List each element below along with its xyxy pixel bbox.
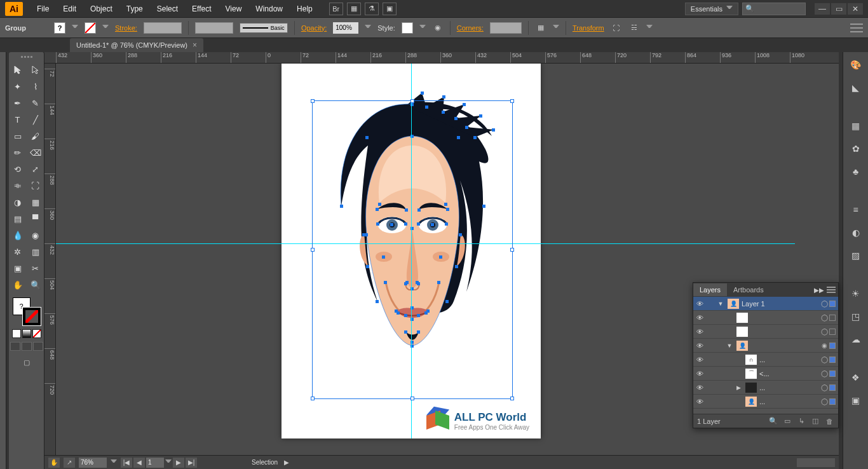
brushes-panel-icon[interactable]: ✿ [848,141,864,156]
edit-contents-icon[interactable]: ☵ [628,22,640,34]
last-artboard-button[interactable]: ▶| [186,458,197,468]
selection-indicator[interactable] [829,370,836,377]
prev-artboard-button[interactable]: ◀ [133,458,145,468]
export-icon[interactable]: ↗ [64,458,75,468]
pencil-tool[interactable]: ✏ [10,145,26,160]
selection-indicator[interactable] [829,384,836,391]
gradient-tool[interactable]: ▀ [27,211,44,226]
minimize-button[interactable]: — [815,3,830,15]
eyedropper-tool[interactable]: 💧 [10,228,26,243]
isolate-group-icon[interactable]: ⛶ [611,22,622,34]
menu-window[interactable]: Window [249,2,289,16]
visibility-icon[interactable]: 👁 [693,384,706,391]
arrange-docs-icon[interactable]: ▦ [347,3,361,15]
layer-name[interactable]: <... [759,370,819,377]
selection-tool[interactable] [10,62,26,78]
stroke-swatch[interactable] [85,22,96,34]
zoom-tool[interactable]: 🔍 [27,277,44,292]
zoom-level[interactable]: 76% [79,458,107,468]
type-tool[interactable]: T [10,112,26,127]
corners-link[interactable]: Corners: [457,24,484,32]
target-icon[interactable]: ◯ [819,384,829,391]
selection-indicator[interactable] [829,315,836,321]
scrollbar-horizontal[interactable] [797,458,835,467]
visibility-icon[interactable]: 👁 [693,398,706,405]
search-input[interactable]: 🔍 [742,3,806,15]
recolor-artwork-icon[interactable]: ◉ [432,22,444,34]
layer-name[interactable]: ... [759,356,819,364]
locate-object-icon[interactable]: 🔍 [768,417,778,426]
layer-name[interactable]: Layer 1 [742,300,819,308]
bridge-icon[interactable]: Br [329,3,343,15]
draw-normal[interactable] [10,342,20,351]
fill-stroke-control[interactable]: ? [13,297,41,325]
opacity-input[interactable]: 100% [333,22,358,34]
eraser-tool[interactable]: ⌫ [27,145,44,160]
document-tab[interactable]: Untitled-1* @ 76% (CMYK/Preview) × [70,38,203,52]
mesh-tool[interactable]: ▤ [10,211,26,226]
ruler-horizontal[interactable]: 4323602882161447207214421628836043250457… [44,52,839,64]
tab-layers[interactable]: Layers [693,283,727,296]
workspace-selector[interactable]: Essentials [685,3,738,15]
layers-list[interactable]: 👁▼👤Layer 1◯👁◯👁◯👁▼👤◉👁∩...◯👁⌒<...◯👁▶...◯👁👤… [693,297,838,414]
layer-row[interactable]: 👁◯ [693,325,838,339]
artboard-tool[interactable]: ▣ [10,261,26,276]
layer-row[interactable]: 👁▼👤Layer 1◯ [693,297,838,311]
corners-input[interactable] [490,22,522,34]
style-swatch[interactable] [402,22,413,34]
selection-indicator[interactable] [829,329,836,335]
selection-indicator[interactable] [829,301,836,307]
magic-wand-tool[interactable]: ✦ [10,79,26,94]
align-icon[interactable]: ▦ [535,22,546,34]
close-button[interactable]: ✕ [848,3,863,15]
brush-definition[interactable]: Basic [240,23,288,33]
disclosure-icon[interactable]: ▼ [716,301,725,307]
collapse-panel-icon[interactable]: ▶▶ [814,287,824,294]
swatches-panel-icon[interactable]: ▦ [848,118,864,133]
color-swatch[interactable] [12,329,21,338]
lasso-tool[interactable]: ⌇ [27,79,44,94]
hand-tool[interactable]: ✋ [10,277,26,292]
stroke-panel-icon[interactable]: ≡ [848,202,864,217]
target-icon[interactable]: ◯ [819,328,829,335]
stroke-color-box[interactable] [23,308,41,325]
arrange-icon[interactable]: ▣ [383,3,397,15]
fill-swatch[interactable]: ? [54,22,65,34]
layer-row[interactable]: 👁∩...◯ [693,353,838,367]
rectangle-tool[interactable]: ▭ [10,128,26,144]
chevron-down-icon[interactable] [419,25,426,31]
selection-indicator[interactable] [829,343,836,349]
tab-artboards[interactable]: Artboards [727,283,770,296]
panel-menu-icon[interactable] [827,287,836,293]
none-swatch[interactable] [32,329,41,338]
menu-effect[interactable]: Effect [186,2,217,16]
toolbox-grip[interactable] [14,56,39,60]
appearance-panel-icon[interactable]: ☀ [848,286,864,301]
chevron-down-icon[interactable] [102,25,109,31]
rotate-tool[interactable]: ⟲ [10,161,26,177]
chevron-down-icon[interactable] [553,25,559,31]
layers-panel-icon[interactable]: ❖ [848,370,864,385]
menu-object[interactable]: Object [84,2,119,16]
screen-mode-button[interactable]: ▢ [19,356,34,369]
shape-builder-tool[interactable]: ◑ [10,194,26,210]
delete-layer-icon[interactable]: 🗑 [824,417,834,426]
layer-row[interactable]: 👁▶...◯ [693,381,838,395]
next-artboard-button[interactable]: ▶ [173,458,184,468]
layer-name[interactable]: ... [759,384,819,391]
menu-edit[interactable]: Edit [57,2,83,16]
gradient-swatch[interactable] [22,329,31,338]
panel-menu-icon[interactable] [850,24,863,32]
pen-tool[interactable]: ✒ [10,95,26,111]
menu-select[interactable]: Select [151,2,184,16]
variable-width-profile[interactable] [195,22,233,34]
stroke-link[interactable]: Stroke: [115,24,137,32]
symbol-sprayer-tool[interactable]: ✲ [10,244,26,259]
disclosure-icon[interactable]: ▶ [734,384,743,391]
slice-tool[interactable]: ✂ [27,261,44,276]
first-artboard-button[interactable]: |◀ [121,458,132,468]
blend-tool[interactable]: ◉ [27,228,44,243]
maximize-button[interactable]: ▭ [831,3,846,15]
chevron-down-icon[interactable] [111,459,117,466]
free-transform-tool[interactable]: ⛶ [27,178,44,193]
